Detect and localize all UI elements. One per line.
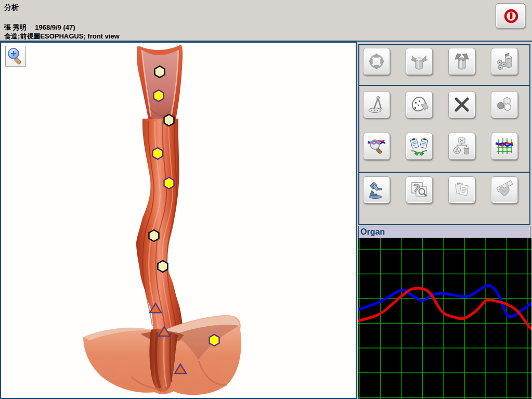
select-region-icon <box>409 95 429 114</box>
hexagon-marker-hex_bright[interactable] <box>164 177 174 189</box>
swap-documents-icon <box>409 136 429 156</box>
toolbar-group-1 <box>358 44 530 85</box>
toolbar-group-3 <box>358 172 530 225</box>
toolbar <box>358 44 530 225</box>
toolbar-button-select-region[interactable] <box>406 91 433 118</box>
hexagon-marker-hex_pale[interactable] <box>158 261 168 272</box>
hexagon-marker-hex_bright[interactable] <box>154 90 164 101</box>
organ-view-label: 食道;前視圖ESOPHAGUS; front view <box>4 32 120 41</box>
measure-caliper-icon <box>367 95 386 114</box>
page-title: 分析 <box>4 3 19 12</box>
toolbar-button-hexagon-cluster[interactable] <box>491 91 518 118</box>
organ-panel-header: Organ <box>358 226 530 238</box>
toolbar-button-measure-caliper[interactable] <box>363 91 390 118</box>
toolbar-button-organ-preview[interactable] <box>406 176 433 203</box>
triangle-marker-triangle[interactable] <box>159 327 170 336</box>
markers-layer <box>1 43 356 398</box>
microscope-icon <box>367 180 386 200</box>
toolbar-button-clipboard-notes[interactable] <box>448 176 475 203</box>
toolbar-button-inspect-waves[interactable] <box>363 133 390 160</box>
hexagon-marker-hex_pale[interactable] <box>155 66 165 78</box>
hexagon-marker-hex_pale[interactable] <box>164 114 174 126</box>
toolbar-button-import-cylinder[interactable] <box>448 48 475 75</box>
hexagon-marker-hex_bright[interactable] <box>153 148 163 159</box>
organ-waveform-chart <box>358 238 531 399</box>
patient-info: 張 秀明 1968/9/9 (47) <box>4 23 75 32</box>
header-bar: 分析 張 秀明 1968/9/9 (47) 食道;前視圖ESOPHAGUS; f… <box>0 0 532 42</box>
triangle-marker-triangle[interactable] <box>150 303 161 313</box>
waveform-plot <box>358 238 531 399</box>
exit-button[interactable] <box>496 3 525 28</box>
export-cylinder-icon <box>409 52 429 71</box>
hexagon-marker-hex_pale[interactable] <box>149 230 159 241</box>
toolbar-button-recycle-process[interactable] <box>448 133 475 160</box>
toolbar-button-fill-cylinder[interactable] <box>491 48 518 75</box>
import-cylinder-icon <box>452 52 472 71</box>
clipboard-notes-icon <box>452 180 472 200</box>
triangle-marker-triangle[interactable] <box>175 364 186 374</box>
toolbar-button-delete[interactable] <box>448 91 475 118</box>
organ-panel-title: Organ <box>360 227 385 236</box>
inspect-waves-icon <box>367 136 386 156</box>
hexagon-marker-hex_bright[interactable] <box>210 334 219 346</box>
heart-frames-icon <box>495 180 514 200</box>
toolbar-button-export-cylinder[interactable] <box>406 48 433 75</box>
organ-preview-icon <box>409 180 429 200</box>
toolbar-button-heart-frames[interactable] <box>491 176 518 203</box>
delete-x-icon <box>452 95 472 114</box>
move-rotate-icon <box>367 52 386 71</box>
toolbar-button-waves-grid[interactable] <box>491 133 518 160</box>
toolbar-group-2 <box>358 85 530 172</box>
hexagon-cluster-icon <box>495 95 514 114</box>
recycle-process-icon <box>452 136 472 156</box>
waves-grid-icon <box>495 136 514 156</box>
right-panel: Organ <box>357 42 532 399</box>
toolbar-button-move-rotate[interactable] <box>363 48 390 75</box>
toolbar-button-microscope[interactable] <box>363 176 390 203</box>
anatomy-viewport <box>0 42 357 399</box>
fill-cylinder-icon <box>495 52 514 71</box>
toolbar-button-swap-documents[interactable] <box>406 133 433 160</box>
